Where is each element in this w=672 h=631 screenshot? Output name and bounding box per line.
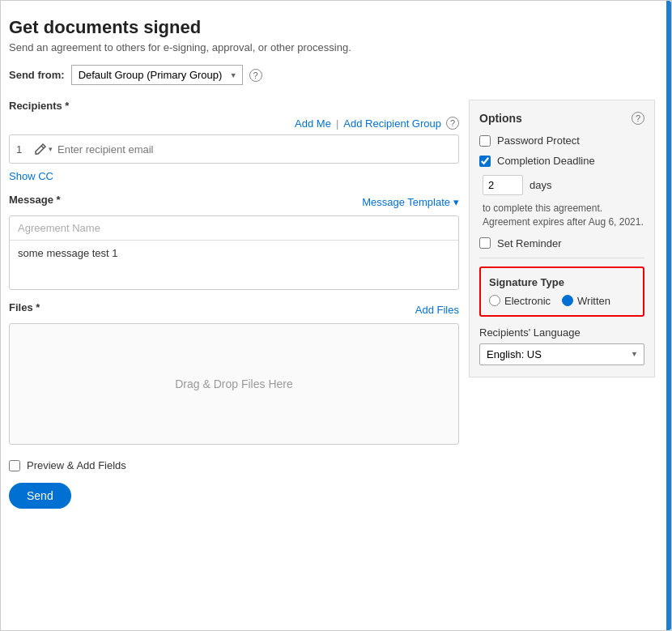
completion-deadline-label: Completion Deadline — [497, 155, 595, 167]
expire-note: to complete this agreement. Agreement ex… — [483, 202, 644, 229]
send-from-row: Send from: Default Group (Primary Group)… — [9, 65, 655, 85]
password-protect-label: Password Protect — [497, 134, 580, 147]
show-cc-link[interactable]: Show CC — [9, 170, 53, 182]
add-me-button[interactable]: Add Me — [295, 117, 331, 130]
add-recipient-group-button[interactable]: Add Recipient Group — [343, 117, 441, 130]
lang-select-wrapper: English: US French German Spanish Japane… — [479, 343, 644, 365]
options-header: Options ? — [479, 112, 644, 125]
bottom-section: Preview & Add Fields Send — [9, 459, 459, 509]
lang-section-label: Recipients' Language — [479, 326, 644, 339]
recipient-number: 1 — [16, 143, 28, 156]
options-panel: Options ? Password Protect Completion De… — [469, 100, 655, 377]
days-input[interactable] — [483, 175, 523, 195]
days-row: days — [483, 175, 644, 195]
completion-deadline-row: Completion Deadline — [479, 155, 644, 167]
message-header: Message Message Template ▾ — [9, 194, 459, 211]
electronic-radio[interactable] — [489, 295, 500, 306]
options-help-icon[interactable]: ? — [632, 112, 644, 125]
send-from-help-icon[interactable]: ? — [249, 69, 262, 82]
recipients-help-icon[interactable]: ? — [446, 117, 459, 130]
agreement-name-bar[interactable]: Agreement Name — [10, 216, 458, 241]
password-protect-checkbox[interactable] — [479, 135, 491, 147]
days-label: days — [530, 179, 551, 191]
written-radio[interactable] — [562, 295, 573, 306]
send-from-select[interactable]: Default Group (Primary Group) — [71, 65, 243, 85]
page-title: Get documents signed — [9, 17, 655, 38]
pen-icon — [34, 143, 47, 156]
page-subtitle: Send an agreement to others for e-signin… — [9, 41, 655, 53]
set-reminder-label: Set Reminder — [497, 237, 561, 249]
recipient-row: 1 ▾ — [9, 134, 459, 164]
recipients-header: Add Me | Add Recipient Group ? — [9, 117, 459, 130]
main-layout: Recipients Add Me | Add Recipient Group … — [9, 100, 655, 509]
message-template-button[interactable]: Message Template ▾ — [362, 196, 459, 208]
options-divider — [479, 258, 644, 258]
message-text-area[interactable]: some message test 1 — [10, 241, 458, 289]
written-label: Written — [577, 295, 610, 307]
electronic-option[interactable]: Electronic — [489, 295, 551, 307]
send-from-label: Send from: — [9, 69, 65, 81]
files-label: Files — [9, 301, 40, 313]
files-header: Files Add Files — [9, 301, 459, 318]
completion-deadline-checkbox[interactable] — [479, 156, 491, 167]
preview-label: Preview & Add Fields — [27, 459, 126, 471]
message-label: Message — [9, 194, 61, 206]
add-files-button[interactable]: Add Files — [415, 304, 459, 316]
set-reminder-checkbox[interactable] — [479, 237, 491, 249]
page-container: Get documents signed Send an agreement t… — [0, 0, 672, 631]
options-title: Options — [479, 112, 522, 125]
lang-select[interactable]: English: US French German Spanish Japane… — [479, 343, 644, 365]
pipe-divider: | — [336, 117, 338, 130]
drop-zone[interactable]: Drag & Drop Files Here — [9, 323, 459, 445]
left-panel: Recipients Add Me | Add Recipient Group … — [9, 100, 459, 509]
send-button[interactable]: Send — [9, 483, 71, 509]
accent-bar — [666, 1, 671, 630]
set-reminder-row: Set Reminder — [479, 237, 644, 249]
electronic-label: Electronic — [504, 295, 551, 307]
send-from-select-wrapper: Default Group (Primary Group) — [71, 65, 243, 85]
preview-checkbox[interactable] — [9, 460, 20, 471]
sig-radio-row: Electronic Written — [489, 295, 635, 307]
drop-zone-text: Drag & Drop Files Here — [175, 377, 293, 390]
pen-icon-wrapper[interactable]: ▾ — [34, 143, 53, 156]
password-protect-row: Password Protect — [479, 134, 644, 147]
message-template-chevron: ▾ — [453, 196, 459, 208]
message-template-label: Message Template — [362, 196, 450, 208]
written-option[interactable]: Written — [562, 295, 610, 307]
signature-type-box: Signature Type Electronic Written — [479, 266, 644, 317]
message-box: Agreement Name some message test 1 — [9, 215, 459, 290]
preview-row: Preview & Add Fields — [9, 459, 459, 471]
recipient-email-input[interactable] — [57, 143, 452, 156]
recipients-label: Recipients — [9, 100, 459, 112]
pen-chevron-icon: ▾ — [49, 145, 53, 153]
signature-type-title: Signature Type — [489, 276, 635, 288]
